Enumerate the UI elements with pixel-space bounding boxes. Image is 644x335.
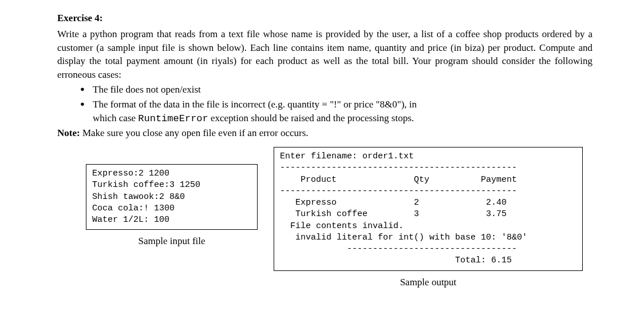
bullet-2-line-2-post: exception should be raised and the proce… (208, 113, 414, 123)
output-caption: Sample output (400, 276, 457, 289)
note-text: Make sure you close any open file even i… (80, 127, 309, 138)
bullet-list: The file does not open/exist The format … (57, 83, 592, 125)
exercise-description: Write a python program that reads from a… (57, 27, 592, 82)
exercise-title: Exercise 4: (57, 11, 592, 25)
bullet-item-1: The file does not open/exist (80, 83, 592, 97)
sample-input-box: Expresso:2 1200 Turkish coffee:3 1250 Sh… (86, 164, 258, 230)
bullet-2-line-2-pre: which case (93, 113, 138, 123)
input-caption: Sample input file (138, 234, 205, 248)
note-label: Note: (57, 127, 80, 138)
sample-output-box: Enter filename: order1.txt -------------… (274, 147, 583, 271)
output-column: Enter filename: order1.txt -------------… (274, 147, 583, 289)
samples-row: Expresso:2 1200 Turkish coffee:3 1250 Sh… (57, 147, 592, 289)
note-line: Note: Make sure you close any open file … (57, 126, 592, 140)
input-column: Expresso:2 1200 Turkish coffee:3 1250 Sh… (86, 147, 258, 248)
bullet-item-2: The format of the data in the file is in… (80, 98, 592, 126)
runtime-error-code: RuntimeError (138, 113, 208, 124)
bullet-2-line-1: The format of the data in the file is in… (93, 99, 417, 110)
